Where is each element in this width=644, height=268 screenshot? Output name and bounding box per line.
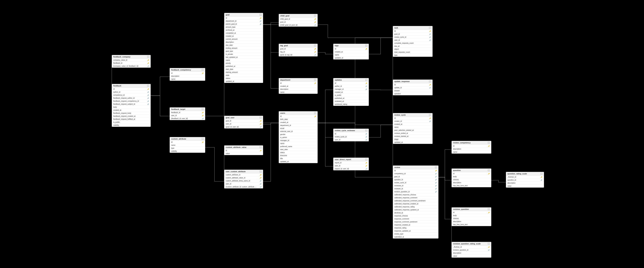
index-row[interactable]: (company_value_id, feedback_id) xyxy=(112,65,150,68)
column-row[interactable]: created_at xyxy=(112,109,150,112)
entity-update-response[interactable]: update_responseidupdate_idanswerquestion xyxy=(393,80,432,95)
column-row[interactable]: body xyxy=(452,175,491,178)
collapse-icon[interactable] xyxy=(365,45,367,47)
column-row[interactable]: id xyxy=(224,149,263,152)
entity-child-goal[interactable]: child_goalchild_goal_idgoal_id(child_goa… xyxy=(279,14,318,27)
collapse-icon[interactable] xyxy=(488,243,490,245)
entity-header[interactable]: feedback xyxy=(112,84,150,88)
column-row[interactable]: goal_id xyxy=(279,21,318,24)
collapse-icon[interactable] xyxy=(202,69,204,71)
column-row[interactable]: manager_id xyxy=(334,88,369,91)
column-row[interactable]: updated_at xyxy=(393,141,432,144)
column-row[interactable]: _fivetran_id xyxy=(452,246,491,249)
column-row[interactable]: birth_date xyxy=(279,118,318,121)
column-row[interactable]: custom_attribute_id xyxy=(224,173,263,176)
column-row[interactable]: value xyxy=(224,152,263,155)
column-row[interactable]: description xyxy=(279,88,318,91)
entity-header[interactable]: review_competency xyxy=(452,141,491,144)
column-row[interactable]: reviewed_at xyxy=(334,100,369,103)
entity-department[interactable]: departmentidcreated_atdescriptionname xyxy=(279,78,318,94)
column-row[interactable]: id xyxy=(452,144,491,147)
column-row[interactable]: name xyxy=(279,142,318,145)
entity-updates[interactable]: updatesidauthor_idmanager_idcreated_atis… xyxy=(333,78,369,106)
entity-header[interactable]: users xyxy=(279,111,318,115)
column-row[interactable]: updated_at xyxy=(224,80,263,83)
index-row[interactable]: (child_goal_id, goal_id) xyxy=(279,24,318,26)
collapse-icon[interactable] xyxy=(314,79,316,81)
entity-header[interactable]: child_goal xyxy=(279,14,318,17)
entity-tags[interactable]: tagsidcreated_atnameupdated_at xyxy=(333,44,369,59)
entity-user-direct-report[interactable]: user_direct_reportreport_iduser_id(repor… xyxy=(333,158,369,170)
collapse-icon[interactable] xyxy=(314,112,316,114)
column-row[interactable]: start_date xyxy=(279,148,318,151)
entity-header[interactable]: review xyxy=(393,166,438,169)
column-row[interactable]: priority xyxy=(224,62,263,65)
column-row[interactable]: choices xyxy=(452,178,491,181)
column-row[interactable]: name xyxy=(224,59,263,62)
column-row[interactable]: response_choices xyxy=(393,214,438,217)
column-row[interactable]: review_type xyxy=(393,233,438,236)
column-row[interactable]: id xyxy=(279,82,318,85)
column-row[interactable]: goal_id xyxy=(224,120,263,123)
column-row[interactable]: manager_id xyxy=(279,139,318,142)
entity-review[interactable]: reviewidcompetency_idgoal_idquestion_idr… xyxy=(393,165,438,239)
column-row[interactable]: choices xyxy=(452,217,491,220)
column-row[interactable]: _fivetran_id xyxy=(506,175,544,179)
column-row[interactable]: parent_goal_id xyxy=(224,23,263,26)
column-row[interactable]: response_updated_at xyxy=(393,230,438,233)
index-row[interactable]: (feedback_id, user_id) xyxy=(170,117,205,120)
entity-header[interactable]: feedback_company xyxy=(112,55,150,59)
entity-header[interactable]: review_cycle_reviewee xyxy=(334,129,369,132)
column-row[interactable]: is_public xyxy=(334,94,369,97)
index-row[interactable]: (custom_attribute_id, custom_attribute_.… xyxy=(224,185,263,188)
column-row[interactable]: starting_amount xyxy=(224,71,263,74)
column-row[interactable]: question_id xyxy=(393,178,438,181)
entity-goal-user[interactable]: goal_usergoal_iduser_id(goal_id, user_id… xyxy=(224,116,263,129)
entity-feedback[interactable]: feedbackidauthor_idcompetency_idfeedback… xyxy=(112,84,151,127)
collapse-icon[interactable] xyxy=(488,169,490,171)
column-row[interactable]: name xyxy=(452,150,491,153)
erd-canvas[interactable]: feedback_companycompany_value_idfeedback… xyxy=(0,0,644,268)
collapse-icon[interactable] xyxy=(314,15,316,17)
collapse-icon[interactable] xyxy=(147,85,149,87)
column-row[interactable]: revision_question_id xyxy=(452,249,491,252)
column-row[interactable]: submitted_at xyxy=(393,236,438,238)
column-row[interactable]: creator_id xyxy=(393,120,432,123)
column-row[interactable]: id xyxy=(334,132,369,135)
column-row[interactable]: custom_attribute_temp_users_id xyxy=(224,179,263,182)
column-row[interactable]: response_created_at xyxy=(393,223,438,227)
column-row[interactable]: department_id xyxy=(224,20,263,23)
collapse-icon[interactable] xyxy=(365,130,367,132)
entity-header[interactable]: question_rating_scale xyxy=(506,172,544,175)
column-row[interactable]: review_cycle_id xyxy=(334,135,369,138)
column-row[interactable]: user_id xyxy=(224,182,263,185)
column-row[interactable]: id xyxy=(393,83,432,86)
index-row[interactable]: (report_id, user_id) xyxy=(334,167,369,170)
column-row[interactable]: archived_at xyxy=(224,29,263,32)
collapse-icon[interactable] xyxy=(260,117,262,119)
column-row[interactable]: feedback_request_created_at xyxy=(112,115,150,118)
column-row[interactable]: calibrated_response_choices xyxy=(393,193,438,196)
column-row[interactable]: author_id xyxy=(334,85,369,88)
column-row[interactable]: visibility xyxy=(170,150,205,153)
collapse-icon[interactable] xyxy=(488,208,490,210)
column-row[interactable]: published_at xyxy=(334,97,369,100)
column-row[interactable]: tag_id xyxy=(279,50,318,53)
column-row[interactable]: current_amount xyxy=(224,38,263,41)
column-row[interactable]: goal_id xyxy=(279,47,318,50)
column-row[interactable]: created_at xyxy=(224,35,263,38)
column-row[interactable]: revision_question_id xyxy=(393,190,438,193)
collapse-icon[interactable] xyxy=(429,27,431,29)
column-row[interactable]: type xyxy=(170,147,205,150)
column-row[interactable]: feedback_request_subject_id xyxy=(112,103,150,106)
entity-header[interactable]: updates xyxy=(334,78,369,82)
column-row[interactable]: due_at xyxy=(393,45,432,48)
column-row[interactable]: report_id xyxy=(334,161,369,164)
column-row[interactable]: competency_id xyxy=(112,94,150,97)
entity-header[interactable]: question xyxy=(452,169,491,172)
entity-header[interactable]: revision_question_rating_scale xyxy=(452,242,491,246)
column-row[interactable]: name xyxy=(170,144,205,147)
column-row[interactable]: reviewee_id xyxy=(393,184,438,187)
column-row[interactable]: calibrated_response_updated_at xyxy=(393,208,438,211)
entity-users[interactable]: usersidbirth_datecreated_atdepartment_id… xyxy=(279,111,318,163)
